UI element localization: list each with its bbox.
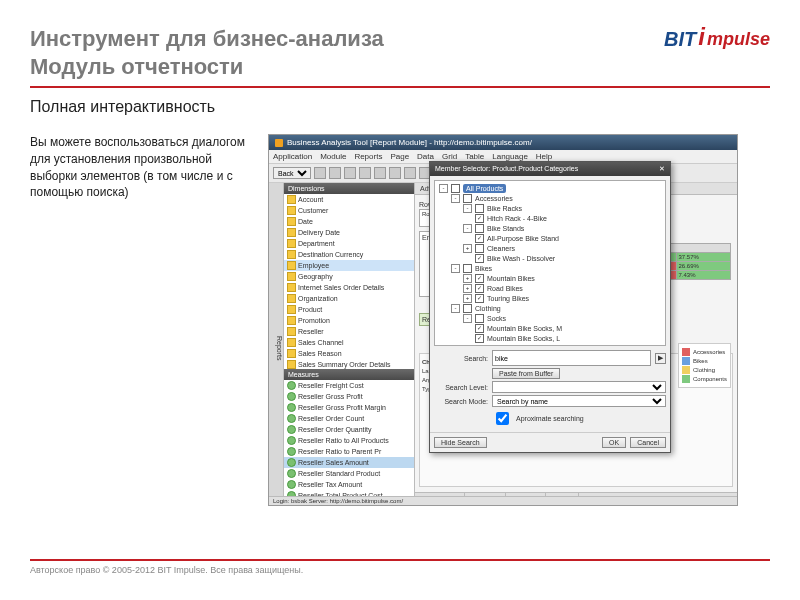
tree-checkbox[interactable] xyxy=(475,314,484,323)
tool-icon[interactable] xyxy=(389,167,401,179)
tree-node-label[interactable]: Road Bikes xyxy=(487,285,523,292)
tree-node-label[interactable]: Mountain Bikes xyxy=(487,275,535,282)
tree-checkbox[interactable] xyxy=(463,194,472,203)
tree-expand-icon[interactable]: + xyxy=(463,274,472,283)
measure-item[interactable]: Reseller Freight Cost xyxy=(284,380,414,391)
tree-node-label[interactable]: Hitch Rack - 4-Bike xyxy=(487,215,547,222)
measure-item[interactable]: Reseller Sales Amount xyxy=(284,457,414,468)
dimension-item[interactable]: Promotion xyxy=(284,315,414,326)
dimension-item[interactable]: Customer xyxy=(284,205,414,216)
tree-checkbox[interactable] xyxy=(463,304,472,313)
tool-icon[interactable] xyxy=(374,167,386,179)
paste-buffer-button[interactable]: Paste from Buffer xyxy=(492,368,560,379)
dimension-item[interactable]: Sales Summary Order Details xyxy=(284,359,414,369)
tree-checkbox[interactable] xyxy=(475,244,484,253)
dimension-item[interactable]: Geography xyxy=(284,271,414,282)
measures-list[interactable]: Reseller Freight CostReseller Gross Prof… xyxy=(284,380,414,503)
tree-node-label[interactable]: Bike Wash - Dissolver xyxy=(487,255,555,262)
tree-node-label[interactable]: Socks xyxy=(487,315,506,322)
dimension-item[interactable]: Account xyxy=(284,194,414,205)
nav-icon[interactable] xyxy=(314,167,326,179)
tree-node-label[interactable]: All-Purpose Bike Stand xyxy=(487,235,559,242)
tree-checkbox[interactable] xyxy=(475,204,484,213)
tree-checkbox[interactable]: ✓ xyxy=(475,214,484,223)
tree-node-label[interactable]: Mountain Bike Socks, L xyxy=(487,335,560,342)
back-select[interactable]: Back xyxy=(273,167,311,179)
dimensions-list[interactable]: AccountCustomerDateDelivery DateDepartme… xyxy=(284,194,414,369)
dimension-item[interactable]: Reseller xyxy=(284,326,414,337)
measure-item[interactable]: Reseller Order Quantity xyxy=(284,424,414,435)
tree-checkbox[interactable]: ✓ xyxy=(475,234,484,243)
tree-expand-icon[interactable]: - xyxy=(463,314,472,323)
search-input[interactable] xyxy=(492,350,651,366)
tree-checkbox[interactable]: ✓ xyxy=(475,254,484,263)
dimension-item[interactable]: Internet Sales Order Details xyxy=(284,282,414,293)
ok-button[interactable]: OK xyxy=(602,437,626,448)
tree-expand-icon[interactable]: - xyxy=(463,224,472,233)
tree-expand-icon[interactable]: - xyxy=(451,194,460,203)
tool-icon[interactable] xyxy=(329,167,341,179)
slide-footer: Авторское право © 2005-2012 BIT Impulse.… xyxy=(30,559,770,575)
tree-checkbox[interactable]: ✓ xyxy=(475,324,484,333)
tree-node-label[interactable]: Bike Racks xyxy=(487,205,522,212)
menu-item[interactable]: Table xyxy=(465,152,484,161)
hide-search-button[interactable]: Hide Search xyxy=(434,437,487,448)
tree-expand-icon[interactable]: + xyxy=(463,294,472,303)
tree-node-label[interactable]: Clothing xyxy=(475,305,501,312)
menu-item[interactable]: Module xyxy=(320,152,346,161)
dimension-item[interactable]: Department xyxy=(284,238,414,249)
tree-expand-icon[interactable]: - xyxy=(463,204,472,213)
dimension-item[interactable]: Organization xyxy=(284,293,414,304)
member-tree[interactable]: -All Products -Accessories-Bike Racks✓Hi… xyxy=(434,180,666,346)
tree-node-label[interactable]: Touring Bikes xyxy=(487,295,529,302)
dimension-item[interactable]: Sales Channel xyxy=(284,337,414,348)
tree-node-label[interactable]: Accessories xyxy=(475,195,513,202)
menu-item[interactable]: Page xyxy=(390,152,409,161)
menu-item[interactable]: Language xyxy=(492,152,528,161)
tree-node-label[interactable]: Bikes xyxy=(475,265,492,272)
menu-item[interactable]: Grid xyxy=(442,152,457,161)
tree-checkbox[interactable] xyxy=(463,264,472,273)
dimension-item[interactable]: Delivery Date xyxy=(284,227,414,238)
menu-item[interactable]: Data xyxy=(417,152,434,161)
close-icon[interactable]: ✕ xyxy=(659,165,665,173)
tree-checkbox[interactable]: ✓ xyxy=(475,274,484,283)
cancel-button[interactable]: Cancel xyxy=(630,437,666,448)
side-tab-reports[interactable]: Reports xyxy=(269,183,284,503)
tree-checkbox[interactable] xyxy=(475,224,484,233)
tree-checkbox[interactable]: ✓ xyxy=(475,294,484,303)
measure-item[interactable]: Reseller Ratio to Parent Pr xyxy=(284,446,414,457)
dimension-item[interactable]: Destination Currency xyxy=(284,249,414,260)
menu-item[interactable]: Help xyxy=(536,152,552,161)
dimension-item[interactable]: Date xyxy=(284,216,414,227)
measure-item[interactable]: Reseller Gross Profit Margin xyxy=(284,402,414,413)
dimension-item[interactable]: Employee xyxy=(284,260,414,271)
menu-item[interactable]: Reports xyxy=(354,152,382,161)
slide-title-2: Модуль отчетности xyxy=(30,53,384,81)
measure-item[interactable]: Reseller Gross Profit xyxy=(284,391,414,402)
tree-expand-icon[interactable]: + xyxy=(463,244,472,253)
tool-icon[interactable] xyxy=(344,167,356,179)
search-level-select[interactable] xyxy=(492,381,666,393)
tool-icon[interactable] xyxy=(404,167,416,179)
dimension-item[interactable]: Sales Reason xyxy=(284,348,414,359)
tree-checkbox[interactable]: ✓ xyxy=(475,284,484,293)
measure-item[interactable]: Reseller Ratio to All Products xyxy=(284,435,414,446)
tree-node-label[interactable]: Mountain Bike Socks, M xyxy=(487,325,562,332)
app-screenshot: Business Analysis Tool [Report Module] -… xyxy=(268,134,738,506)
search-go-icon[interactable]: ▶ xyxy=(655,353,666,364)
search-mode-select[interactable]: Search by name xyxy=(492,395,666,407)
tree-node-label[interactable]: Cleaners xyxy=(487,245,515,252)
measure-item[interactable]: Reseller Standard Product xyxy=(284,468,414,479)
tree-expand-icon[interactable]: - xyxy=(451,304,460,313)
tree-checkbox[interactable]: ✓ xyxy=(475,334,484,343)
menu-item[interactable]: Application xyxy=(273,152,312,161)
tree-node-label[interactable]: Bike Stands xyxy=(487,225,524,232)
tree-expand-icon[interactable]: + xyxy=(463,284,472,293)
approx-checkbox[interactable] xyxy=(496,412,509,425)
measure-item[interactable]: Reseller Order Count xyxy=(284,413,414,424)
dimension-item[interactable]: Product xyxy=(284,304,414,315)
tree-expand-icon[interactable]: - xyxy=(451,264,460,273)
tool-icon[interactable] xyxy=(359,167,371,179)
measure-item[interactable]: Reseller Tax Amount xyxy=(284,479,414,490)
